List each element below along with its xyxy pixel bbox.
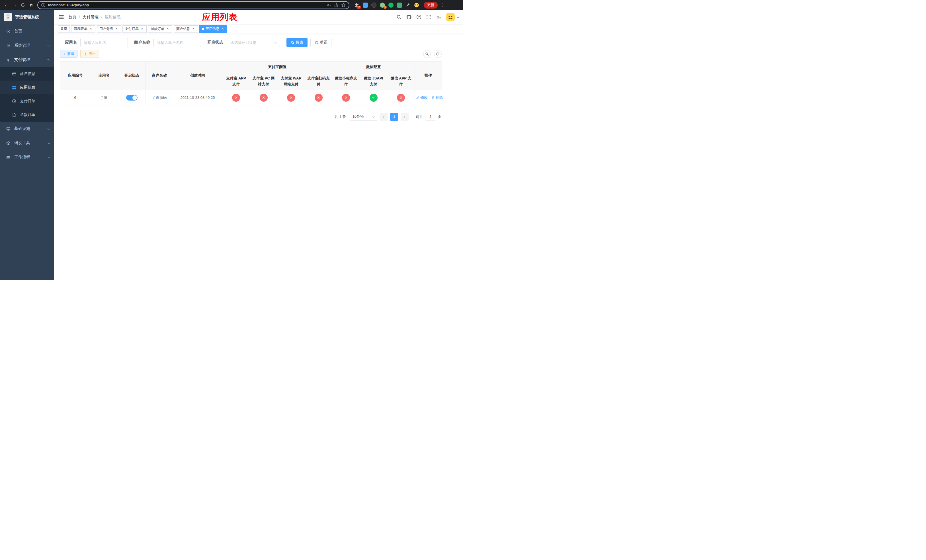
ext-dark-circle-icon[interactable] — [371, 2, 377, 8]
user-menu[interactable] — [446, 13, 459, 21]
current-page-button[interactable]: 1 — [390, 113, 398, 121]
browser-back-button[interactable]: ← — [3, 1, 10, 9]
tab-home[interactable]: 首页 — [58, 25, 70, 33]
sidebar-item-refund-orders[interactable]: 退款订单 — [0, 108, 54, 122]
ext-pin-icon[interactable] — [405, 2, 411, 8]
user-avatar[interactable] — [446, 13, 455, 21]
grid-icon — [12, 85, 16, 90]
sidebar-item-payment[interactable]: 支付管理 — [0, 53, 54, 67]
sidebar-item-label: 支付订单 — [20, 98, 35, 104]
dashboard-icon — [6, 29, 11, 33]
sidebar-item-home[interactable]: 首页 — [0, 24, 54, 38]
browser-forward-button[interactable]: → — [11, 1, 18, 9]
sidebar-item-dev-tools[interactable]: 研发工具 — [0, 136, 54, 150]
alipay-qr-status-icon — [315, 94, 322, 102]
sidebar-item-label: 首页 — [14, 29, 22, 34]
col-header-app-id: 应用编号 — [61, 62, 90, 90]
next-page-button[interactable] — [401, 113, 409, 121]
url-text[interactable]: localhost:1024/pay/app — [48, 3, 324, 7]
bookmark-star-icon[interactable] — [341, 3, 346, 8]
sidebar-item-label: 工作流程 — [14, 155, 30, 160]
close-icon[interactable] — [166, 27, 170, 31]
font-size-icon[interactable] — [436, 15, 441, 20]
cell-merchant: 芋道源码 — [146, 90, 173, 105]
refresh-table-button[interactable] — [434, 50, 442, 58]
ext-green-check-icon[interactable] — [388, 2, 393, 8]
app-name-label: 应用名 — [65, 40, 77, 45]
col-header-wechat-app: 微信 APP 支付 — [387, 73, 415, 90]
add-button[interactable]: 新增 — [60, 50, 77, 58]
sidebar-item-payment-orders[interactable]: 支付订单 — [0, 94, 54, 108]
close-icon[interactable] — [89, 27, 93, 31]
status-toggle[interactable] — [126, 95, 138, 101]
help-icon[interactable] — [416, 15, 421, 20]
app-name-input[interactable] — [80, 38, 128, 47]
tab-merchant-info[interactable]: 商户信息 — [174, 25, 198, 33]
close-icon[interactable] — [191, 27, 195, 31]
share-icon[interactable] — [334, 3, 339, 8]
merchant-name-input[interactable] — [153, 38, 201, 47]
app-logo-row[interactable]: 芋道管理系统 — [0, 10, 54, 24]
breadcrumb-payment[interactable]: 支付管理 — [83, 15, 98, 20]
fullscreen-icon[interactable] — [426, 15, 431, 20]
col-header-alipay-app: 支付宝 APP 支付 — [222, 73, 250, 90]
page-info-icon[interactable] — [41, 3, 45, 8]
close-icon[interactable] — [140, 27, 144, 31]
close-icon[interactable] — [221, 27, 225, 31]
breadcrumb: 首页 / 支付管理 / 应用信息 — [68, 15, 121, 20]
ext-emoji-icon[interactable] — [414, 2, 419, 8]
tab-app-info[interactable]: 应用信息 — [199, 25, 227, 33]
sidebar-item-merchant-info[interactable]: 商户信息 — [0, 67, 54, 80]
password-key-icon[interactable] — [327, 3, 331, 8]
status-select[interactable] — [227, 38, 280, 47]
sidebar-item-workflow[interactable]: 工作流程 — [0, 150, 54, 164]
breadcrumb-home[interactable]: 首页 — [68, 15, 76, 20]
edit-link[interactable]: 修改 — [416, 95, 428, 100]
extensions-puzzle-icon[interactable]: 10 — [354, 2, 359, 8]
page-unit-label: 页 — [438, 114, 442, 120]
tab-user-group[interactable]: 用户分组 — [97, 25, 121, 33]
app-navbar: 首页 / 支付管理 / 应用信息 应用列表 — [54, 10, 463, 24]
search-button[interactable]: 搜索 — [286, 38, 307, 47]
tab-payment-orders[interactable]: 支付订单 — [123, 25, 147, 33]
github-icon[interactable] — [406, 15, 412, 20]
navbar-actions — [396, 13, 459, 21]
browser-menu-icon[interactable] — [439, 3, 445, 8]
sidebar-item-system[interactable]: 系统管理 — [0, 38, 54, 53]
ext-profile-avatar-icon[interactable]: 1 — [380, 2, 385, 8]
chevron-down-icon — [48, 127, 50, 130]
ext-blue-icon[interactable] — [363, 2, 368, 8]
browser-reload-button[interactable] — [19, 1, 27, 9]
browser-toolbar: ← → localhost:1024/pay/app 10 1 更新 — [0, 0, 463, 10]
toggle-search-button[interactable] — [423, 50, 431, 58]
briefcase-icon — [6, 155, 11, 159]
tab-label: 商户信息 — [176, 26, 190, 31]
col-header-wechat-mini: 微信小程序支付 — [332, 73, 360, 90]
extensions-area: 10 1 — [352, 2, 421, 8]
tab-process-form[interactable]: 流程表单 — [71, 25, 95, 33]
export-button[interactable]: 导出 — [80, 50, 99, 58]
order-clock-icon — [12, 99, 16, 103]
browser-home-button[interactable] — [27, 1, 35, 9]
chrome-update-button[interactable]: 更新 — [424, 2, 438, 9]
sidebar-item-app-info[interactable]: 应用信息 — [0, 80, 54, 94]
tab-label: 支付订单 — [125, 26, 139, 31]
app-title: 芋道管理系统 — [15, 15, 39, 20]
tab-label: 用户分组 — [99, 26, 113, 31]
reset-button[interactable]: 重置 — [310, 38, 331, 47]
tab-refund-orders[interactable]: 退款订单 — [148, 25, 172, 33]
search-icon[interactable] — [396, 15, 401, 20]
goto-page-input[interactable] — [425, 113, 436, 121]
address-bar[interactable]: localhost:1024/pay/app — [37, 1, 350, 9]
close-icon[interactable] — [115, 27, 118, 31]
cell-app-id: 6 — [61, 90, 90, 105]
prev-page-button[interactable] — [380, 113, 387, 121]
ext-green-book-icon[interactable] — [396, 2, 402, 8]
status-select-input[interactable] — [227, 38, 280, 47]
sidebar-item-label: 商户信息 — [20, 71, 35, 76]
col-header-app-name: 应用名 — [90, 62, 118, 90]
sidebar-item-infrastructure[interactable]: 基础设施 — [0, 122, 54, 136]
page-size-select[interactable]: 10条/页 — [350, 113, 377, 121]
delete-link[interactable]: 删除 — [431, 95, 443, 100]
hamburger-icon[interactable] — [58, 14, 64, 20]
